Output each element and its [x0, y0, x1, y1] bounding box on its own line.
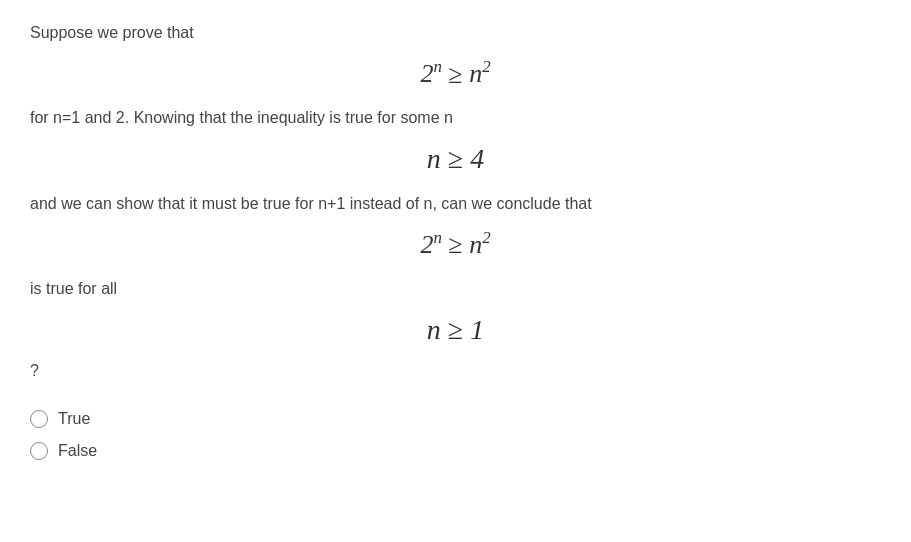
option-false-label: False — [58, 442, 97, 460]
question-mark: ? — [30, 362, 881, 380]
conclusion-text: is true for all — [30, 276, 881, 302]
base-case-text: for n=1 and 2. Knowing that the inequali… — [30, 105, 881, 131]
radio-false[interactable] — [30, 442, 48, 460]
radio-true[interactable] — [30, 410, 48, 428]
options-container: True False — [30, 410, 881, 460]
formula-1: 2n ≥ n2 — [30, 58, 881, 90]
formula-4: n ≥ 1 — [30, 314, 881, 346]
intro-text: Suppose we prove that — [30, 20, 881, 46]
formula-3: 2n ≥ n2 — [30, 228, 881, 260]
option-false[interactable]: False — [30, 442, 881, 460]
option-true[interactable]: True — [30, 410, 881, 428]
question-container: Suppose we prove that 2n ≥ n2 for n=1 an… — [30, 20, 881, 460]
inductive-text: and we can show that it must be true for… — [30, 191, 881, 217]
formula-2: n ≥ 4 — [30, 143, 881, 175]
option-true-label: True — [58, 410, 90, 428]
